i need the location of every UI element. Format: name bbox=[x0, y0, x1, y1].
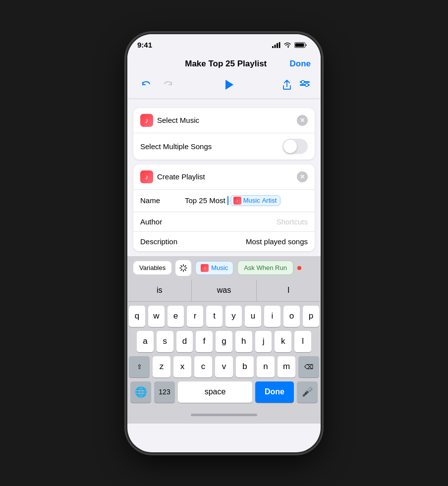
key-f[interactable]: f bbox=[196, 331, 213, 352]
name-row: Name Top 25 Most ♪ Music Artist bbox=[133, 190, 315, 212]
settings-button[interactable] bbox=[299, 79, 311, 90]
svg-line-17 bbox=[185, 266, 186, 267]
key-r[interactable]: r bbox=[187, 306, 203, 327]
svg-marker-6 bbox=[225, 80, 233, 90]
music-token-badge[interactable]: ♪ Music Artist bbox=[230, 195, 281, 206]
keyboard: q w e r t y u i o p a s d f g h j k l ⇧ … bbox=[127, 302, 321, 407]
svg-rect-1 bbox=[275, 45, 276, 48]
music-token-label: Music bbox=[211, 264, 228, 271]
undo-button[interactable] bbox=[137, 76, 155, 94]
toggle-knob bbox=[283, 140, 297, 153]
create-playlist-header: ♪ Create Playlist ✕ bbox=[133, 164, 315, 190]
key-n[interactable]: n bbox=[257, 356, 275, 378]
music-token-icon: ♪ bbox=[201, 264, 209, 272]
select-music-close[interactable]: ✕ bbox=[297, 115, 308, 126]
key-u[interactable]: u bbox=[245, 306, 261, 327]
keyboard-done-key[interactable]: Done bbox=[255, 381, 294, 403]
key-p[interactable]: p bbox=[303, 306, 319, 327]
key-w[interactable]: w bbox=[148, 306, 165, 327]
undo-icon bbox=[141, 79, 152, 90]
key-j[interactable]: j bbox=[255, 331, 272, 352]
magic-wand-button[interactable] bbox=[175, 260, 191, 276]
author-placeholder: Shortcuts bbox=[185, 217, 308, 226]
description-value: Most played songs bbox=[185, 237, 308, 246]
top-nav: Make Top 25 Playlist Done bbox=[127, 56, 321, 73]
key-b[interactable]: b bbox=[236, 356, 254, 378]
share-button[interactable] bbox=[282, 79, 292, 90]
author-label: Author bbox=[140, 217, 185, 226]
svg-point-8 bbox=[301, 80, 304, 83]
variables-button[interactable]: Variables bbox=[133, 261, 171, 274]
key-g[interactable]: g bbox=[216, 331, 232, 352]
name-value[interactable]: Top 25 Most ♪ Music Artist bbox=[185, 195, 308, 206]
actions-container: ♪ Select Music ✕ Select Multiple Songs bbox=[127, 99, 321, 251]
svg-rect-2 bbox=[277, 43, 278, 48]
redo-button[interactable] bbox=[159, 76, 177, 94]
select-multiple-label: Select Multiple Songs bbox=[140, 142, 212, 151]
key-d[interactable]: d bbox=[176, 331, 193, 352]
keyboard-row-3: ⇧ z x c v b n m ⌫ bbox=[129, 356, 319, 378]
key-o[interactable]: o bbox=[283, 306, 300, 327]
page-title: Make Top 25 Playlist bbox=[185, 59, 267, 69]
name-label: Name bbox=[140, 196, 185, 205]
numbers-key[interactable]: 123 bbox=[154, 381, 175, 403]
shift-key[interactable]: ⇧ bbox=[129, 356, 150, 378]
svg-rect-3 bbox=[279, 42, 280, 48]
token-artist-label: Artist bbox=[262, 197, 277, 204]
toolbar-right bbox=[282, 79, 311, 90]
delete-key[interactable]: ⌫ bbox=[298, 356, 319, 378]
key-y[interactable]: y bbox=[225, 306, 242, 327]
done-button[interactable]: Done bbox=[290, 59, 311, 69]
pred-item-1[interactable]: is bbox=[127, 280, 192, 301]
key-z[interactable]: z bbox=[153, 356, 170, 378]
select-multiple-row: Select Multiple Songs bbox=[133, 133, 315, 160]
globe-key[interactable]: 🌐 bbox=[130, 381, 151, 403]
key-s[interactable]: s bbox=[157, 331, 173, 352]
select-music-header: ♪ Select Music ✕ bbox=[133, 108, 315, 133]
space-key[interactable]: space bbox=[178, 381, 252, 403]
home-indicator bbox=[127, 407, 321, 424]
key-m[interactable]: m bbox=[278, 356, 295, 378]
redo-icon bbox=[163, 79, 173, 90]
toolbar bbox=[127, 73, 321, 99]
home-bar bbox=[191, 414, 257, 416]
toolbar-left bbox=[137, 76, 177, 94]
create-playlist-close[interactable]: ✕ bbox=[297, 171, 308, 182]
key-x[interactable]: x bbox=[173, 356, 191, 378]
magic-wand-icon bbox=[179, 264, 188, 272]
key-l[interactable]: l bbox=[294, 331, 311, 352]
keyboard-row-2: a s d f g h j k l bbox=[129, 331, 319, 352]
svg-point-10 bbox=[305, 83, 308, 86]
key-i[interactable]: i bbox=[264, 306, 280, 327]
text-cursor bbox=[227, 196, 228, 205]
mic-key[interactable]: 🎤 bbox=[297, 381, 318, 403]
select-multiple-toggle[interactable] bbox=[282, 139, 308, 154]
pred-item-3[interactable]: I bbox=[257, 280, 321, 301]
key-q[interactable]: q bbox=[129, 306, 145, 327]
wifi-icon bbox=[283, 42, 291, 48]
svg-line-15 bbox=[181, 266, 182, 267]
pred-item-2[interactable]: was bbox=[192, 280, 256, 301]
variables-bar: Variables ♪ Music Ask When Run bbox=[127, 256, 321, 280]
create-playlist-header-left: ♪ Create Playlist bbox=[140, 170, 205, 183]
description-row: Description Most played songs bbox=[133, 232, 315, 251]
ask-when-run-button[interactable]: Ask When Run bbox=[237, 261, 293, 275]
key-v[interactable]: v bbox=[215, 356, 233, 378]
music-token-button[interactable]: ♪ Music bbox=[195, 261, 233, 275]
key-e[interactable]: e bbox=[168, 306, 184, 327]
play-button[interactable] bbox=[221, 76, 238, 94]
key-h[interactable]: h bbox=[235, 331, 252, 352]
create-playlist-icon: ♪ bbox=[140, 170, 153, 183]
token-music-label: Music bbox=[243, 197, 260, 204]
key-k[interactable]: k bbox=[275, 331, 291, 352]
select-music-icon: ♪ bbox=[140, 114, 153, 127]
key-a[interactable]: a bbox=[137, 331, 154, 352]
svg-line-16 bbox=[185, 269, 186, 270]
signal-icon bbox=[272, 42, 280, 48]
status-icons bbox=[272, 42, 307, 48]
key-c[interactable]: c bbox=[194, 356, 212, 378]
select-music-block: ♪ Select Music ✕ Select Multiple Songs bbox=[133, 108, 315, 160]
key-t[interactable]: t bbox=[206, 306, 223, 327]
battery-icon bbox=[294, 42, 307, 48]
description-label: Description bbox=[140, 237, 185, 246]
